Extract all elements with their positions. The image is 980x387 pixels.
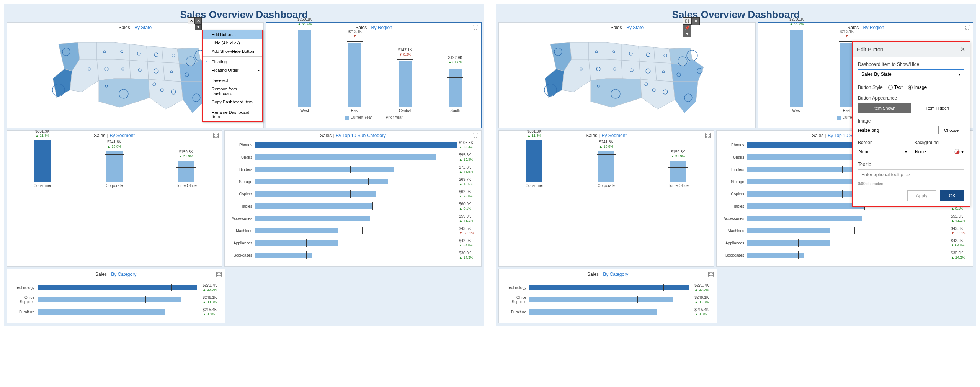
hbar-bookcases[interactable]: Bookcases $30.0K▲ 14.3% <box>228 251 478 259</box>
hbar-machines[interactable]: Machines $43.5K▼ -22.1% <box>720 226 970 235</box>
appearance-label: Button Appearance <box>858 95 964 101</box>
card-title-category: Sales|By Category <box>502 272 714 277</box>
close-icon[interactable]: ✕ <box>691 17 700 25</box>
expand-icon[interactable] <box>705 133 710 138</box>
ctx-item-deselect[interactable]: Deselect <box>203 76 262 85</box>
hbar-binders[interactable]: Binders $72.8K▲ 46.5% <box>228 165 478 174</box>
ctx-item-floating[interactable]: ✓Floating <box>203 57 262 66</box>
dashboard-title: Sales Overview Dashboard <box>7 7 482 22</box>
radio-text[interactable]: Text <box>888 85 903 90</box>
hbar-technology[interactable]: Technology $271.7K▲ 20.0% <box>502 283 714 292</box>
border-label: Border <box>858 140 908 145</box>
tooltip-input[interactable] <box>858 169 964 180</box>
segment-bar-consumer[interactable]: $331.9K▲ 11.8% Consumer <box>14 140 71 188</box>
ctx-item-rename-dashboard-item[interactable]: Rename Dashboard Item... <box>203 108 262 121</box>
ctx-item-edit-button[interactable]: Edit Button... <box>203 30 262 39</box>
button-style-label: Button Style <box>858 85 883 90</box>
region-bar-central[interactable]: $147.1K▼ 0.2% Central <box>385 61 425 113</box>
context-menu: Edit Button...Hide (Alt+click)Add Show/H… <box>202 30 263 122</box>
hbar-technology[interactable]: Technology $271.7K▲ 20.0% <box>10 283 222 292</box>
dashboard-title: Sales Overview Dashboard <box>498 7 973 22</box>
expand-icon[interactable] <box>473 25 478 30</box>
hbar-copiers[interactable]: Copiers $62.9K▲ 26.8% <box>228 190 478 198</box>
card-sales-by-state: Sales|By State <box>498 22 756 128</box>
region-bar-east[interactable]: $213.1K▼ East <box>335 43 374 113</box>
hbar-office-supplies[interactable]: Office Supplies $246.1K▲ 33.8% <box>10 295 222 304</box>
dialog-item-label: Dashboard Item to Show/Hide <box>858 62 964 67</box>
item-to-showhide-select[interactable]: Sales By State▾ <box>858 69 964 79</box>
region-bar-south[interactable]: $122.9K▲ 31.3% South <box>436 69 475 113</box>
expand-icon[interactable] <box>965 25 970 30</box>
dropdown-caret-icon[interactable]: ▼ <box>683 31 691 37</box>
expand-icon[interactable] <box>473 133 478 138</box>
hbar-accessories[interactable]: Accessories $59.9K▲ 43.1% <box>228 214 478 223</box>
toggle-item-hidden[interactable]: Item Hidden <box>911 103 964 113</box>
card-sales-by-subcategory: Sales|By Top 10 Sub-Category Phones $105… <box>224 130 482 267</box>
card-title-category: Sales|By Category <box>10 272 222 277</box>
region-bar-west[interactable]: $250.1K▲ 33.4% West <box>777 30 816 113</box>
hbar-appliances[interactable]: Appliances $42.9K▲ 64.8% <box>720 239 970 247</box>
card-sales-by-category: Sales|By Category Technology $271.7K▲ 20… <box>498 269 717 323</box>
card-title-state: Sales|By State <box>502 25 752 30</box>
segment-bar-home-office[interactable]: $159.5K▲ 51.5% Home Office <box>157 161 215 188</box>
category-bar-chart[interactable]: Technology $271.7K▲ 20.0%Office Supplies… <box>10 283 222 316</box>
background-label: Background <box>914 140 964 145</box>
card-title-region: Sales|By Region <box>761 25 970 30</box>
hbar-bookcases[interactable]: Bookcases $30.0K▲ 14.3% <box>720 251 970 259</box>
ctx-item-add-show-hide-button[interactable]: Add Show/Hide Button <box>203 47 262 56</box>
radio-image[interactable]: Image <box>908 85 927 90</box>
region-bar-chart[interactable]: $250.1K▲ 33.4% West$213.1K▼ East$147.1K▼… <box>270 33 478 113</box>
hbar-machines[interactable]: Machines $43.5K▼ -22.1% <box>228 226 478 235</box>
hbar-tables[interactable]: Tables $60.9K▲ 0.1% <box>228 202 478 210</box>
border-select[interactable]: None▾ <box>858 148 908 156</box>
card-title-subcat: Sales|By Top 10 Sub-Category <box>228 133 478 138</box>
expand-icon[interactable] <box>213 133 219 138</box>
card-sales-by-category: Sales|By Category Technology $271.7K▲ 20… <box>7 269 225 323</box>
card-sales-by-segment: Sales|By Segment $331.9K▲ 11.8% Consumer… <box>7 130 222 267</box>
card-sales-by-segment: Sales|By Segment $331.9K▲ 11.8% Consumer… <box>498 130 714 267</box>
expand-icon[interactable] <box>216 272 222 277</box>
ok-button[interactable]: OK <box>940 190 964 201</box>
close-icon[interactable]: ✕ <box>960 46 965 53</box>
toggle-item-shown[interactable]: Item Shown <box>858 103 911 113</box>
choose-button[interactable]: Choose <box>938 126 964 134</box>
segment-bar-chart[interactable]: $331.9K▲ 11.8% Consumer$241.8K▲ 16.8% Co… <box>10 142 219 188</box>
category-bar-chart[interactable]: Technology $271.7K▲ 20.0%Office Supplies… <box>502 283 714 316</box>
segment-bar-corporate[interactable]: $241.8K▲ 16.8% Corporate <box>578 151 635 188</box>
dialog-title: Edit Button <box>857 46 884 52</box>
card-title-region: Sales|By Region <box>270 25 478 30</box>
background-select[interactable]: None▾ <box>914 148 964 156</box>
ctx-item-remove-from-dashboard[interactable]: Remove from Dashboard <box>203 85 262 98</box>
dashboard-left: Sales Overview Dashboard Sales|By State <box>4 4 484 326</box>
segment-bar-home-office[interactable]: $159.5K▲ 51.5% Home Office <box>649 161 707 188</box>
hbar-appliances[interactable]: Appliances $42.9K▲ 64.8% <box>228 239 478 247</box>
ctx-item-hide-alt-click[interactable]: Hide (Alt+click) <box>203 39 262 47</box>
hbar-accessories[interactable]: Accessories $59.9K▲ 43.1% <box>720 214 970 223</box>
us-map[interactable] <box>502 33 752 125</box>
hbar-storage[interactable]: Storage $69.7K▲ 18.5% <box>228 177 478 186</box>
ctx-item-floating-order[interactable]: Floating Order▸ <box>203 66 262 74</box>
image-filename: resize.png <box>858 128 879 133</box>
expand-icon[interactable] <box>708 272 714 277</box>
pin-icon[interactable]: 📌 <box>683 24 691 31</box>
dropdown-caret-icon[interactable]: ▼ <box>195 24 202 30</box>
hbar-office-supplies[interactable]: Office Supplies $246.1K▲ 33.8% <box>502 295 714 304</box>
segment-bar-consumer[interactable]: $331.9K▲ 11.8% Consumer <box>506 140 563 188</box>
dashboard-right: Sales Overview Dashboard Sales|By State <box>496 4 976 326</box>
hbar-phones[interactable]: Phones $105.3K▲ 33.4% <box>228 141 478 149</box>
hbar-furniture[interactable]: Furniture $215.4K▲ 8.3% <box>10 308 222 316</box>
expand-icon[interactable] <box>683 17 691 25</box>
card-sales-by-region: Sales|By Region $250.1K▲ 33.4% West$213.… <box>266 22 482 128</box>
region-legend: Current Year Prior Year <box>270 115 478 120</box>
hbar-chairs[interactable]: Chairs $95.6K▲ 13.9% <box>228 153 478 161</box>
ctx-item-copy-dashboard-item[interactable]: Copy Dashboard Item <box>203 98 262 106</box>
segment-bar-chart[interactable]: $331.9K▲ 11.8% Consumer$241.8K▲ 16.8% Co… <box>502 142 710 188</box>
hbar-furniture[interactable]: Furniture $215.4K▲ 8.3% <box>502 308 714 316</box>
segment-bar-corporate[interactable]: $241.8K▲ 16.8% Corporate <box>86 151 143 188</box>
close-icon-2[interactable]: ✕ <box>195 17 202 24</box>
close-icon[interactable]: ✕ <box>188 17 195 24</box>
region-bar-west[interactable]: $250.1K▲ 33.4% West <box>285 30 324 113</box>
subcat-bar-chart[interactable]: Phones $105.3K▲ 33.4%Chairs $95.6K▲ 13.9… <box>228 141 478 259</box>
apply-button[interactable]: Apply <box>907 190 936 201</box>
tooltip-char-count: 0/80 characters <box>858 182 964 186</box>
